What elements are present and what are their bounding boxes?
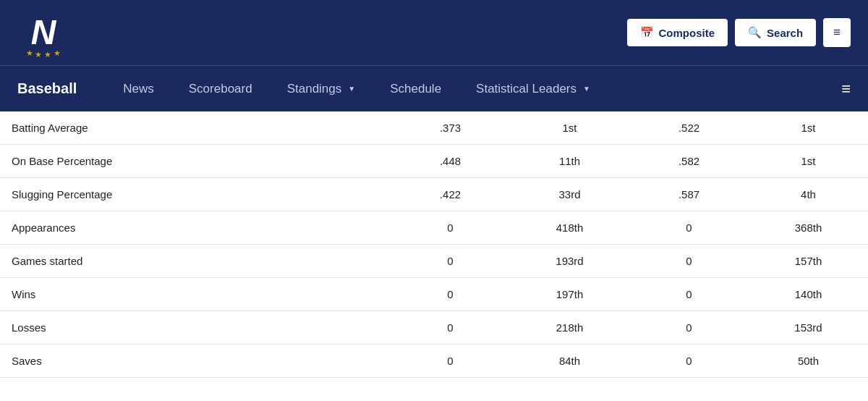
sport-title: Baseball: [17, 80, 77, 97]
val2: 0: [629, 311, 749, 345]
composite-label: Composite: [659, 27, 715, 39]
rank2: 4th: [749, 178, 868, 211]
val1: 0: [391, 345, 510, 378]
svg-text:N: N: [31, 13, 57, 51]
search-icon: 🔍: [748, 26, 762, 39]
composite-button[interactable]: 📅 Composite: [627, 19, 728, 46]
val2: 0: [629, 211, 749, 245]
rank2: 1st: [749, 111, 868, 145]
table-row: Losses 0 218th 0 153rd: [0, 311, 868, 345]
rank2: 153rd: [749, 311, 868, 345]
svg-text:★: ★: [54, 48, 61, 57]
val1: .373: [391, 111, 510, 145]
nav-item-scoreboard[interactable]: Scoreboard: [171, 66, 270, 112]
table-row: Batting Average .373 1st .522 1st: [0, 111, 868, 145]
stat-label: Wins: [0, 278, 391, 311]
rank2: 1st: [749, 145, 868, 178]
rank1: 84th: [510, 345, 629, 378]
svg-text:★: ★: [26, 48, 33, 57]
table-section: Batting Average .373 1st .522 1st On Bas…: [0, 111, 868, 378]
val1: .422: [391, 178, 510, 211]
rank1: 33rd: [510, 178, 629, 211]
rank1: 11th: [510, 145, 629, 178]
val1: 0: [391, 278, 510, 311]
hamburger-button[interactable]: ≡: [823, 18, 851, 47]
stat-label: Batting Average: [0, 111, 391, 145]
rank2: 157th: [749, 245, 868, 278]
rank1: 218th: [510, 311, 629, 345]
val2: .582: [629, 145, 749, 178]
stat-label: Appearances: [0, 211, 391, 245]
nav-item-standings[interactable]: Standings: [270, 66, 373, 112]
svg-text:★: ★: [44, 50, 51, 59]
hamburger-icon: ≡: [833, 25, 841, 39]
stat-label: Games started: [0, 245, 391, 278]
stat-label: Saves: [0, 345, 391, 378]
stats-table: Batting Average .373 1st .522 1st On Bas…: [0, 111, 868, 378]
nav-item-news[interactable]: News: [106, 66, 171, 112]
val2: 0: [629, 278, 749, 311]
table-row: On Base Percentage .448 11th .582 1st: [0, 145, 868, 178]
nav-item-statistical-leaders[interactable]: Statistical Leaders: [459, 66, 608, 112]
nav-hamburger-icon[interactable]: ≡: [841, 80, 851, 98]
val1: 0: [391, 245, 510, 278]
logo-area: N ★ ★ ★ ★: [17, 7, 69, 59]
val2: .587: [629, 178, 749, 211]
val1: 0: [391, 311, 510, 345]
rank2: 368th: [749, 211, 868, 245]
rank1: 193rd: [510, 245, 629, 278]
navy-logo: N ★ ★ ★ ★: [17, 7, 69, 59]
rank1: 1st: [510, 111, 629, 145]
val1: 0: [391, 211, 510, 245]
rank2: 140th: [749, 278, 868, 311]
table-row: Games started 0 193rd 0 157th: [0, 245, 868, 278]
table-row: Saves 0 84th 0 50th: [0, 345, 868, 378]
nav-bar: Baseball News Scoreboard Standings Sched…: [0, 65, 868, 111]
top-header: N ★ ★ ★ ★ 📅 Composite 🔍 Search ≡: [0, 0, 868, 65]
stat-label: On Base Percentage: [0, 145, 391, 178]
top-header-actions: 📅 Composite 🔍 Search ≡: [627, 18, 851, 47]
rank1: 418th: [510, 211, 629, 245]
svg-text:★: ★: [35, 50, 42, 59]
calendar-icon: 📅: [640, 26, 654, 39]
stat-label: Slugging Percentage: [0, 178, 391, 211]
nav-items: News Scoreboard Standings Schedule Stati…: [106, 66, 841, 112]
val1: .448: [391, 145, 510, 178]
val2: 0: [629, 245, 749, 278]
rank1: 197th: [510, 278, 629, 311]
val2: .522: [629, 111, 749, 145]
val2: 0: [629, 345, 749, 378]
table-row: Wins 0 197th 0 140th: [0, 278, 868, 311]
search-label: Search: [767, 27, 803, 39]
rank2: 50th: [749, 345, 868, 378]
table-row: Slugging Percentage .422 33rd .587 4th: [0, 178, 868, 211]
table-row: Appearances 0 418th 0 368th: [0, 211, 868, 245]
stat-label: Losses: [0, 311, 391, 345]
search-button[interactable]: 🔍 Search: [735, 19, 816, 46]
nav-item-schedule[interactable]: Schedule: [373, 66, 459, 112]
